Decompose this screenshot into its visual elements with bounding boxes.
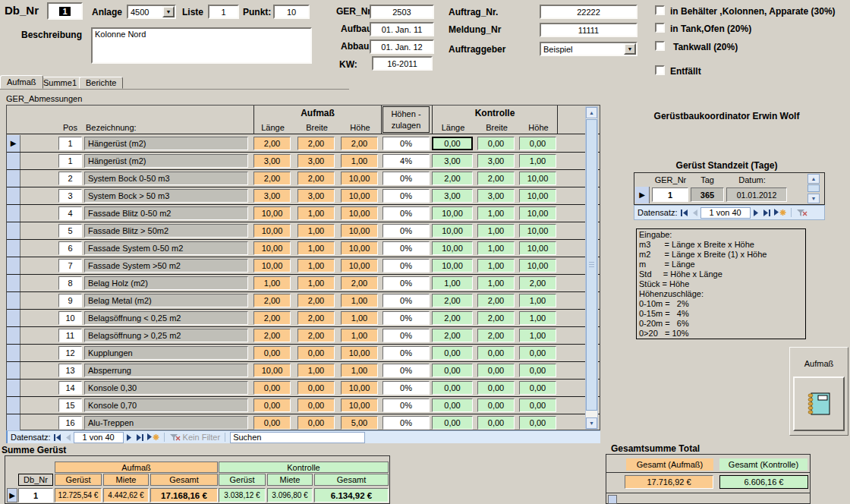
tab-aufmass[interactable]: Aufmaß bbox=[0, 75, 43, 89]
aufmass-breite-cell[interactable]: 0,00 bbox=[298, 381, 335, 395]
aufmass-laenge-cell[interactable]: 2,00 bbox=[253, 172, 291, 185]
aufmass-hoehe-cell[interactable]: 10,00 bbox=[341, 224, 378, 238]
kontrolle-breite-cell[interactable]: 2,00 bbox=[477, 329, 515, 342]
kontrolle-laenge-cell[interactable]: 10,00 bbox=[432, 241, 473, 255]
pos-cell[interactable]: 13 bbox=[58, 364, 82, 377]
next-record-icon[interactable] bbox=[753, 209, 760, 216]
aufmass-hoehe-cell[interactable]: 1,00 bbox=[341, 311, 378, 325]
new-record-icon[interactable] bbox=[146, 433, 159, 441]
scroll-up-icon[interactable]: ▲ bbox=[808, 174, 820, 184]
aufmass-hoehe-cell[interactable]: 10,00 bbox=[341, 172, 378, 185]
aufmass-breite-cell[interactable]: 1,00 bbox=[298, 206, 335, 220]
kontrolle-laenge-cell[interactable]: 2,00 bbox=[432, 311, 473, 325]
aufmass-hoehe-cell[interactable]: 10,00 bbox=[341, 206, 378, 220]
anlage-dropdown[interactable]: 4500 ▼ bbox=[127, 5, 176, 19]
first-record-icon[interactable] bbox=[680, 209, 689, 216]
gesamt-next-row-selector[interactable] bbox=[608, 495, 617, 504]
kontrolle-breite-cell[interactable]: 3,00 bbox=[477, 154, 515, 168]
abbau-field[interactable]: 01. Jan. 12 bbox=[370, 39, 434, 54]
pos-cell[interactable]: 14 bbox=[58, 381, 82, 395]
kontrolle-laenge-cell[interactable]: 3,00 bbox=[432, 189, 473, 203]
kontrolle-hoehe-cell[interactable]: 1,00 bbox=[519, 329, 556, 342]
aufmass-hoehe-cell[interactable]: 2,00 bbox=[341, 137, 378, 150]
kontrolle-hoehe-cell[interactable]: 10,00 bbox=[519, 241, 556, 255]
aufbau-field[interactable]: 01. Jan. 11 bbox=[370, 22, 434, 36]
search-input[interactable]: Suchen bbox=[230, 432, 365, 443]
kontrolle-breite-cell[interactable]: 0,00 bbox=[477, 398, 515, 412]
new-record-icon[interactable] bbox=[773, 209, 786, 216]
kontrolle-hoehe-cell[interactable]: 0,00 bbox=[519, 381, 556, 395]
kontrolle-breite-cell[interactable]: 3,00 bbox=[477, 189, 515, 203]
aufmass-report-button[interactable] bbox=[793, 376, 845, 431]
ger-nr-field[interactable]: 2503 bbox=[370, 5, 434, 19]
pos-cell[interactable]: 2 bbox=[58, 172, 82, 185]
hoehenzulagen-cell[interactable]: 0% bbox=[382, 364, 430, 377]
hoehenzulagen-cell[interactable]: 0% bbox=[382, 137, 430, 150]
bezeichnung-cell[interactable]: Belagsöffnung < 0,25 m2 bbox=[84, 311, 248, 325]
pos-cell[interactable]: 11 bbox=[58, 329, 82, 342]
bezeichnung-cell[interactable]: Fassade System 0-50 m2 bbox=[84, 241, 248, 255]
aufmass-hoehe-cell[interactable]: 2,00 bbox=[341, 276, 378, 290]
tab-summe1[interactable]: Summe1 bbox=[36, 77, 83, 89]
bezeichnung-cell[interactable]: Alu-Treppen bbox=[84, 416, 248, 430]
pos-cell[interactable]: 1 bbox=[58, 137, 82, 150]
row-selector[interactable] bbox=[7, 380, 20, 396]
hoehenzulagen-cell[interactable]: 0% bbox=[382, 224, 430, 238]
aufmass-hoehe-cell[interactable]: 10,00 bbox=[341, 259, 378, 272]
aufmass-breite-cell[interactable]: 3,00 bbox=[298, 189, 335, 203]
aufmass-laenge-cell[interactable]: 3,00 bbox=[253, 154, 291, 168]
aufmass-breite-cell[interactable]: 0,00 bbox=[298, 346, 335, 360]
aufmass-breite-cell[interactable]: 0,00 bbox=[298, 398, 335, 412]
aufmass-laenge-cell[interactable]: 2,00 bbox=[253, 329, 291, 342]
kontrolle-laenge-cell[interactable]: 10,00 bbox=[432, 206, 473, 220]
aufmass-laenge-cell[interactable]: 0,00 bbox=[253, 381, 291, 395]
kontrolle-laenge-cell[interactable]: 10,00 bbox=[432, 259, 473, 272]
bezeichnung-cell[interactable]: Hängerüst (m2) bbox=[84, 137, 248, 150]
beschreibung-field[interactable]: Kolonne Nord bbox=[91, 27, 312, 64]
aufmass-laenge-cell[interactable]: 10,00 bbox=[253, 259, 291, 272]
row-selector[interactable] bbox=[7, 310, 20, 326]
aufmass-breite-cell[interactable]: 1,00 bbox=[298, 241, 335, 255]
pos-cell[interactable]: 9 bbox=[58, 294, 82, 307]
kontrolle-breite-cell[interactable]: 0,00 bbox=[477, 137, 515, 150]
aufmass-laenge-cell[interactable]: 0,00 bbox=[253, 416, 291, 430]
kontrolle-hoehe-cell[interactable]: 10,00 bbox=[519, 206, 556, 220]
kontrolle-laenge-cell[interactable]: 1,00 bbox=[432, 276, 473, 290]
kontrolle-hoehe-cell[interactable]: 1,00 bbox=[519, 294, 556, 307]
kontrolle-breite-cell[interactable]: 0,00 bbox=[477, 346, 515, 360]
row-selector[interactable] bbox=[7, 345, 20, 361]
aufmass-laenge-cell[interactable]: 0,00 bbox=[253, 346, 291, 360]
auftraggeber-dropdown[interactable]: Beispiel ▼ bbox=[540, 42, 638, 56]
kontrolle-breite-cell[interactable]: 2,00 bbox=[477, 311, 515, 325]
hoehenzulagen-cell[interactable]: 0% bbox=[382, 381, 430, 395]
first-record-icon[interactable] bbox=[53, 434, 62, 441]
no-filter-icon[interactable] bbox=[169, 433, 181, 442]
liste-field[interactable]: 1 bbox=[208, 5, 239, 19]
aufmass-laenge-cell[interactable]: 10,00 bbox=[253, 364, 291, 377]
scroll-up-icon[interactable]: ▲ bbox=[586, 107, 597, 118]
checkbox-tank-ofen[interactable] bbox=[655, 23, 665, 33]
kontrolle-laenge-cell[interactable]: 0,00 bbox=[432, 416, 473, 430]
hoehenzulagen-cell[interactable]: 0% bbox=[382, 398, 430, 412]
hoehenzulagen-cell[interactable]: 0% bbox=[382, 346, 430, 360]
aufmass-laenge-cell[interactable]: 10,00 bbox=[253, 241, 291, 255]
aufmass-laenge-cell[interactable]: 2,00 bbox=[253, 294, 291, 307]
aufmass-breite-cell[interactable]: 1,00 bbox=[298, 364, 335, 377]
row-selector[interactable] bbox=[7, 240, 20, 257]
row-selector[interactable] bbox=[7, 275, 20, 291]
last-record-icon[interactable] bbox=[762, 209, 771, 216]
kontrolle-hoehe-cell[interactable]: 10,00 bbox=[519, 189, 556, 203]
kontrolle-hoehe-cell[interactable]: 10,00 bbox=[519, 259, 556, 272]
last-record-icon[interactable] bbox=[135, 434, 144, 441]
db-nr-field[interactable]: 1 bbox=[47, 2, 83, 20]
scroll-down-icon[interactable]: ▼ bbox=[808, 194, 820, 203]
row-selector[interactable] bbox=[7, 257, 20, 274]
hoehenzulagen-cell[interactable]: 0% bbox=[382, 276, 430, 290]
kontrolle-hoehe-cell[interactable]: 0,00 bbox=[519, 364, 556, 377]
summe-a-miete-cell[interactable]: 4.442,62 € bbox=[103, 488, 149, 502]
aufmass-breite-cell[interactable]: 3,00 bbox=[298, 154, 335, 168]
summe-k-geruest-cell[interactable]: 3.038,12 € bbox=[219, 488, 266, 502]
kontrolle-breite-cell[interactable]: 1,00 bbox=[477, 206, 515, 220]
scrollbar-thumb[interactable] bbox=[808, 184, 820, 192]
kontrolle-laenge-cell[interactable]: 2,00 bbox=[432, 172, 473, 185]
